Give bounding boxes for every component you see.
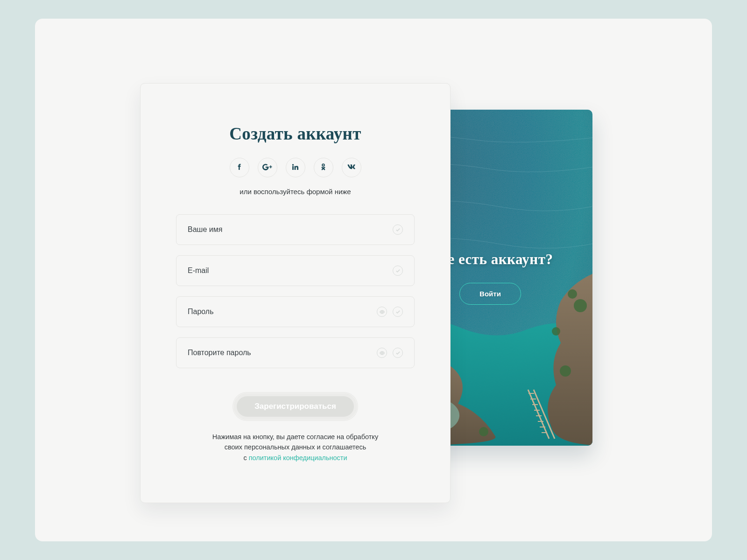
legal-prefix: c: [243, 454, 248, 462]
facebook-button[interactable]: [230, 158, 249, 177]
google-plus-icon: [262, 162, 273, 174]
eye-icon[interactable]: [377, 307, 387, 317]
check-circle-icon: [393, 348, 403, 358]
password-repeat-input[interactable]: [188, 349, 377, 357]
social-login-row: [230, 158, 361, 177]
page-surface: Уже есть аккаунт? Войти Создать аккаунт: [35, 19, 712, 541]
login-button[interactable]: Войти: [459, 283, 521, 305]
odnoklassniki-icon: [319, 163, 327, 172]
svg-point-20: [381, 352, 383, 354]
check-circle-icon: [393, 266, 403, 276]
register-button[interactable]: Зарегистрироваться: [233, 392, 358, 420]
facebook-icon: [235, 163, 243, 172]
check-circle-icon: [393, 224, 403, 235]
check-circle-icon: [393, 307, 403, 317]
signup-subtitle: или воспользуйтесь формой ниже: [240, 188, 351, 196]
name-field-wrapper: [176, 214, 415, 245]
password-input[interactable]: [188, 308, 377, 316]
password-field-wrapper: [176, 296, 415, 327]
vk-button[interactable]: [342, 158, 361, 177]
password-repeat-field-wrapper: [176, 337, 415, 368]
name-input[interactable]: [188, 225, 393, 234]
eye-icon[interactable]: [377, 348, 387, 358]
legal-text: Нажимая на кнопку, вы даете согласие на …: [212, 432, 378, 463]
signup-card: Создать аккаунт: [140, 83, 451, 503]
svg-point-19: [381, 311, 383, 313]
email-input[interactable]: [188, 266, 393, 275]
legal-line-2: своих персональных данных и соглашаетесь: [225, 443, 366, 451]
odnoklassniki-button[interactable]: [314, 158, 333, 177]
email-field-wrapper: [176, 255, 415, 286]
linkedin-button[interactable]: [286, 158, 305, 177]
signup-fields: [176, 214, 415, 368]
linkedin-icon: [291, 163, 299, 172]
vk-icon: [347, 163, 355, 172]
google-plus-button[interactable]: [258, 158, 277, 177]
privacy-policy-link[interactable]: политикой конфедициальности: [249, 454, 347, 462]
signup-title: Создать аккаунт: [229, 124, 361, 144]
legal-line-1: Нажимая на кнопку, вы даете согласие на …: [212, 433, 378, 441]
